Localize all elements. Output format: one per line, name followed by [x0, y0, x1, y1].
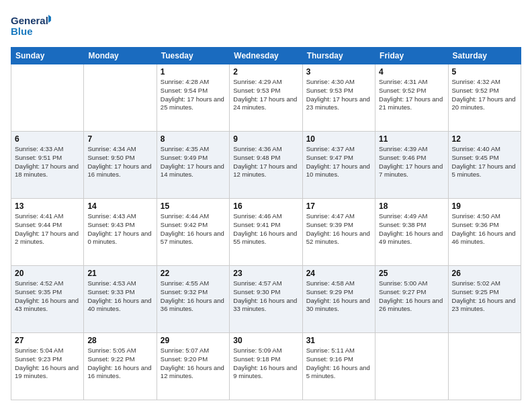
calendar-cell: 11Sunrise: 4:39 AM Sunset: 9:46 PM Dayli…	[375, 132, 448, 199]
calendar-cell: 4Sunrise: 4:31 AM Sunset: 9:52 PM Daylig…	[375, 64, 448, 132]
day-info: Sunrise: 4:47 AM Sunset: 9:39 PM Dayligh…	[306, 212, 371, 246]
calendar-cell: 13Sunrise: 4:41 AM Sunset: 9:44 PM Dayli…	[11, 199, 84, 266]
day-number: 19	[452, 201, 517, 211]
day-info: Sunrise: 4:57 AM Sunset: 9:30 PM Dayligh…	[233, 279, 298, 314]
calendar-cell: 23Sunrise: 4:57 AM Sunset: 9:30 PM Dayli…	[230, 266, 302, 333]
day-of-week-header: Monday	[84, 48, 157, 64]
day-number: 26	[452, 269, 517, 278]
day-info: Sunrise: 4:46 AM Sunset: 9:41 PM Dayligh…	[233, 212, 298, 246]
day-of-week-header: Thursday	[302, 48, 375, 64]
day-info: Sunrise: 4:28 AM Sunset: 9:54 PM Dayligh…	[161, 78, 226, 112]
calendar-cell: 14Sunrise: 4:43 AM Sunset: 9:43 PM Dayli…	[84, 199, 157, 266]
day-info: Sunrise: 4:40 AM Sunset: 9:45 PM Dayligh…	[452, 145, 517, 179]
svg-text:General: General	[11, 15, 48, 26]
day-info: Sunrise: 4:34 AM Sunset: 9:50 PM Dayligh…	[87, 145, 152, 179]
day-number: 14	[87, 201, 152, 211]
day-number: 22	[161, 269, 226, 278]
day-number: 4	[379, 67, 444, 77]
day-number: 15	[161, 201, 226, 211]
day-info: Sunrise: 4:30 AM Sunset: 9:53 PM Dayligh…	[306, 78, 371, 112]
day-number: 2	[233, 67, 298, 77]
svg-text:Blue: Blue	[11, 26, 33, 37]
day-number: 7	[87, 134, 152, 144]
day-number: 5	[452, 67, 517, 77]
day-number: 1	[161, 67, 226, 77]
day-info: Sunrise: 5:00 AM Sunset: 9:27 PM Dayligh…	[379, 279, 444, 314]
calendar-cell	[11, 64, 84, 132]
calendar-week-row: 13Sunrise: 4:41 AM Sunset: 9:44 PM Dayli…	[11, 199, 521, 266]
day-info: Sunrise: 5:07 AM Sunset: 9:20 PM Dayligh…	[161, 347, 226, 381]
day-info: Sunrise: 4:31 AM Sunset: 9:52 PM Dayligh…	[379, 78, 444, 112]
day-info: Sunrise: 4:44 AM Sunset: 9:42 PM Dayligh…	[161, 212, 226, 246]
calendar-cell: 8Sunrise: 4:35 AM Sunset: 9:49 PM Daylig…	[157, 132, 229, 199]
day-number: 25	[379, 269, 444, 278]
day-info: Sunrise: 4:43 AM Sunset: 9:43 PM Dayligh…	[87, 212, 152, 246]
day-number: 24	[306, 269, 371, 278]
day-number: 8	[161, 134, 226, 144]
day-info: Sunrise: 4:33 AM Sunset: 9:51 PM Dayligh…	[15, 145, 80, 179]
calendar-cell: 1Sunrise: 4:28 AM Sunset: 9:54 PM Daylig…	[157, 64, 229, 132]
day-info: Sunrise: 4:41 AM Sunset: 9:44 PM Dayligh…	[15, 212, 80, 246]
calendar-cell: 25Sunrise: 5:00 AM Sunset: 9:27 PM Dayli…	[375, 266, 448, 333]
calendar-cell: 10Sunrise: 4:37 AM Sunset: 9:47 PM Dayli…	[302, 132, 375, 199]
svg-marker-2	[48, 15, 51, 23]
calendar-cell: 5Sunrise: 4:32 AM Sunset: 9:52 PM Daylig…	[448, 64, 521, 132]
day-number: 16	[233, 201, 298, 211]
page: General Blue SundayMondayTuesdayWednesda…	[0, 0, 532, 411]
day-number: 28	[87, 336, 152, 345]
day-of-week-header: Saturday	[448, 48, 521, 64]
day-of-week-header: Sunday	[11, 48, 84, 64]
calendar-cell: 29Sunrise: 5:07 AM Sunset: 9:20 PM Dayli…	[157, 333, 229, 400]
day-info: Sunrise: 5:09 AM Sunset: 9:18 PM Dayligh…	[233, 347, 298, 381]
day-info: Sunrise: 4:58 AM Sunset: 9:29 PM Dayligh…	[306, 279, 371, 314]
calendar-week-row: 6Sunrise: 4:33 AM Sunset: 9:51 PM Daylig…	[11, 132, 521, 199]
day-number: 3	[306, 67, 371, 77]
day-info: Sunrise: 4:36 AM Sunset: 9:48 PM Dayligh…	[233, 145, 298, 179]
day-number: 31	[306, 336, 371, 345]
day-of-week-header: Tuesday	[157, 48, 229, 64]
day-number: 10	[306, 134, 371, 144]
calendar-cell: 30Sunrise: 5:09 AM Sunset: 9:18 PM Dayli…	[230, 333, 302, 400]
day-number: 20	[15, 269, 80, 278]
day-info: Sunrise: 5:11 AM Sunset: 9:16 PM Dayligh…	[306, 347, 371, 381]
calendar-cell: 3Sunrise: 4:30 AM Sunset: 9:53 PM Daylig…	[302, 64, 375, 132]
calendar-cell: 28Sunrise: 5:05 AM Sunset: 9:22 PM Dayli…	[84, 333, 157, 400]
calendar-table: SundayMondayTuesdayWednesdayThursdayFrid…	[11, 47, 521, 400]
day-number: 23	[233, 269, 298, 278]
day-info: Sunrise: 4:29 AM Sunset: 9:53 PM Dayligh…	[233, 78, 298, 112]
calendar-cell	[448, 333, 521, 400]
calendar-cell: 27Sunrise: 5:04 AM Sunset: 9:23 PM Dayli…	[11, 333, 84, 400]
day-number: 30	[233, 336, 298, 345]
calendar-cell: 21Sunrise: 4:53 AM Sunset: 9:33 PM Dayli…	[84, 266, 157, 333]
day-info: Sunrise: 4:35 AM Sunset: 9:49 PM Dayligh…	[161, 145, 226, 179]
day-of-week-header: Friday	[375, 48, 448, 64]
day-info: Sunrise: 4:39 AM Sunset: 9:46 PM Dayligh…	[379, 145, 444, 179]
day-number: 11	[379, 134, 444, 144]
day-number: 17	[306, 201, 371, 211]
calendar-cell: 22Sunrise: 4:55 AM Sunset: 9:32 PM Dayli…	[157, 266, 229, 333]
calendar-cell: 24Sunrise: 4:58 AM Sunset: 9:29 PM Dayli…	[302, 266, 375, 333]
calendar-week-row: 27Sunrise: 5:04 AM Sunset: 9:23 PM Dayli…	[11, 333, 521, 400]
calendar-cell: 26Sunrise: 5:02 AM Sunset: 9:25 PM Dayli…	[448, 266, 521, 333]
day-info: Sunrise: 4:52 AM Sunset: 9:35 PM Dayligh…	[15, 279, 80, 314]
calendar-cell: 15Sunrise: 4:44 AM Sunset: 9:42 PM Dayli…	[157, 199, 229, 266]
day-info: Sunrise: 5:04 AM Sunset: 9:23 PM Dayligh…	[15, 347, 80, 381]
calendar-cell: 19Sunrise: 4:50 AM Sunset: 9:36 PM Dayli…	[448, 199, 521, 266]
day-info: Sunrise: 4:53 AM Sunset: 9:33 PM Dayligh…	[87, 279, 152, 314]
day-info: Sunrise: 4:37 AM Sunset: 9:47 PM Dayligh…	[306, 145, 371, 179]
logo: General Blue	[11, 11, 51, 40]
calendar-cell: 2Sunrise: 4:29 AM Sunset: 9:53 PM Daylig…	[230, 64, 302, 132]
day-number: 29	[161, 336, 226, 345]
day-of-week-header: Wednesday	[230, 48, 302, 64]
calendar-cell: 17Sunrise: 4:47 AM Sunset: 9:39 PM Dayli…	[302, 199, 375, 266]
day-number: 13	[15, 201, 80, 211]
header: General Blue	[11, 11, 521, 40]
day-info: Sunrise: 4:50 AM Sunset: 9:36 PM Dayligh…	[452, 212, 517, 246]
day-info: Sunrise: 4:55 AM Sunset: 9:32 PM Dayligh…	[161, 279, 226, 314]
calendar-cell: 12Sunrise: 4:40 AM Sunset: 9:45 PM Dayli…	[448, 132, 521, 199]
day-number: 9	[233, 134, 298, 144]
calendar-cell: 7Sunrise: 4:34 AM Sunset: 9:50 PM Daylig…	[84, 132, 157, 199]
day-number: 18	[379, 201, 444, 211]
logo-svg: General Blue	[11, 11, 51, 40]
day-info: Sunrise: 4:49 AM Sunset: 9:38 PM Dayligh…	[379, 212, 444, 246]
